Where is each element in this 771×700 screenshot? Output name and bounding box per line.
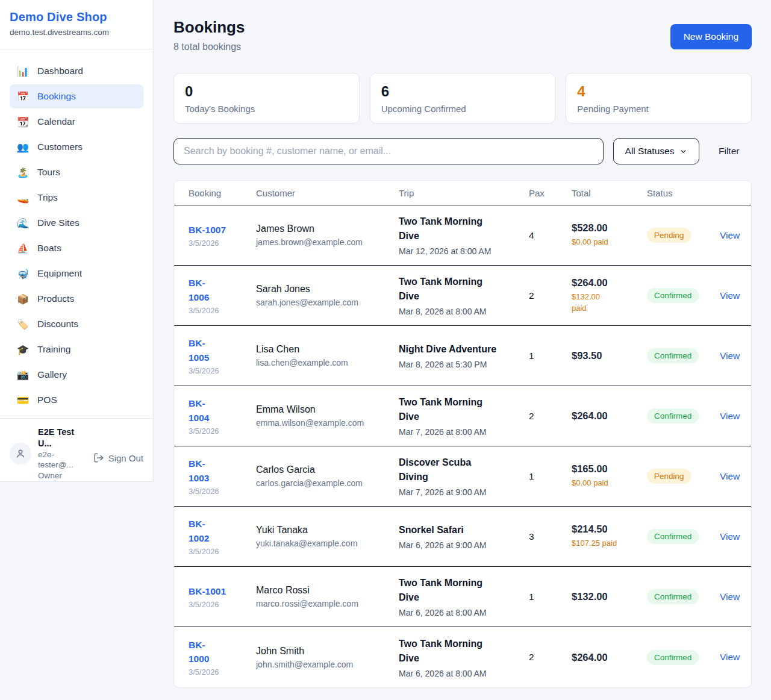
trip-name: Two Tank Morning Dive — [399, 395, 529, 424]
tours-icon: 🏝️ — [17, 167, 29, 178]
booking-id-link[interactable]: BK- 1000 — [189, 638, 209, 666]
view-link[interactable]: View — [720, 230, 740, 240]
booking-cell: BK- 10023/5/2026 — [189, 517, 256, 556]
trip-name: Discover Scuba Diving — [399, 455, 529, 484]
sidebar-item-label: Training — [37, 344, 70, 355]
view-link[interactable]: View — [720, 290, 740, 301]
booking-id-link[interactable]: BK- 1003 — [189, 457, 209, 485]
sidebar-item-boats[interactable]: ⛵Boats — [10, 236, 143, 260]
trip-cell: Two Tank Morning DiveMar 6, 2026 at 8:00… — [399, 637, 529, 678]
customer-cell: Lisa Chenlisa.chen@example.com — [256, 344, 399, 367]
actions-cell: View — [720, 290, 740, 301]
customer-email: carlos.garcia@example.com — [256, 478, 399, 488]
status-cell: Confirmed — [647, 650, 720, 665]
sidebar-item-tours[interactable]: 🏝️Tours — [10, 160, 143, 184]
column-header-status: Status — [647, 188, 720, 198]
status-cell: Confirmed — [647, 348, 720, 363]
view-link[interactable]: View — [720, 471, 740, 481]
pax-cell: 2 — [529, 290, 572, 301]
sidebar-item-trips[interactable]: 🚤Trips — [10, 186, 143, 210]
user-email: e2e-tester@... — [38, 449, 87, 470]
sidebar-item-label: Equipment — [37, 268, 82, 279]
booking-date: 3/5/2026 — [189, 667, 256, 677]
actions-cell: View — [720, 592, 740, 602]
sidebar-item-gallery[interactable]: 📸Gallery — [10, 363, 143, 387]
actions-cell: View — [720, 531, 740, 542]
status-badge: Confirmed — [647, 529, 699, 544]
customer-name: Carlos Garcia — [256, 464, 399, 475]
sidebar: Demo Dive Shop demo.test.divestreams.com… — [0, 0, 154, 482]
search-input[interactable] — [173, 138, 604, 164]
sidebar-item-pos[interactable]: 💳POS — [10, 388, 143, 412]
status-filter-select[interactable]: All Statuses — [613, 138, 699, 164]
status-filter-value: All Statuses — [625, 146, 675, 157]
trip-name: Two Tank Morning Dive — [399, 214, 529, 243]
status-badge: Confirmed — [647, 589, 699, 604]
table-row: BK-10013/5/2026Marco Rossimarco.rossi@ex… — [174, 567, 751, 627]
customer-cell: James Brownjames.brown@example.com — [256, 223, 399, 247]
sidebar-item-label: Discounts — [37, 319, 78, 330]
sidebar-item-discounts[interactable]: 🏷️Discounts — [10, 312, 143, 336]
view-link[interactable]: View — [720, 592, 740, 602]
sidebar-item-label: Boats — [37, 243, 61, 254]
stat-value: 0 — [185, 84, 348, 99]
dashboard-icon: 📊 — [17, 66, 29, 77]
sidebar-item-label: Trips — [37, 192, 58, 203]
status-badge: Confirmed — [647, 348, 699, 363]
booking-id-link[interactable]: BK- 1006 — [189, 276, 209, 304]
sidebar-item-label: Products — [37, 293, 74, 304]
customer-cell: Marco Rossimarco.rossi@example.com — [256, 585, 399, 608]
sidebar-item-customers[interactable]: 👥Customers — [10, 135, 143, 159]
booking-cell: BK-10013/5/2026 — [189, 584, 256, 609]
amount-paid: $0.00 paid — [572, 236, 647, 248]
trip-cell: Two Tank Morning DiveMar 6, 2026 at 8:00… — [399, 576, 529, 617]
trip-datetime: Mar 6, 2026 at 8:00 AM — [399, 608, 529, 617]
sidebar-item-products[interactable]: 📦Products — [10, 287, 143, 311]
stat-label: Today's Bookings — [185, 104, 348, 114]
sidebar-item-bookings[interactable]: 📅Bookings — [10, 84, 143, 108]
booking-id-link[interactable]: BK- 1005 — [189, 336, 209, 364]
brand-header: Demo Dive Shop demo.test.divestreams.com — [0, 0, 153, 49]
user-info: E2E Test U... e2e-tester@... Owner — [38, 427, 87, 481]
view-link[interactable]: View — [720, 652, 740, 662]
column-header-customer: Customer — [256, 188, 399, 198]
bookings-icon: 📅 — [17, 91, 29, 102]
sidebar-item-equipment[interactable]: 🤿Equipment — [10, 261, 143, 286]
table-header-row: Booking Customer Trip Pax Total Status — [174, 181, 751, 205]
sidebar-item-label: Customers — [37, 142, 83, 152]
status-badge: Pending — [647, 469, 691, 484]
trip-cell: Night Dive AdventureMar 8, 2026 at 5:30 … — [399, 342, 529, 369]
sign-out-button[interactable]: Sign Out — [93, 444, 143, 463]
filter-button[interactable]: Filter — [719, 146, 739, 157]
view-link[interactable]: View — [720, 351, 740, 361]
amount-paid: $132.00 paid — [572, 291, 647, 314]
status-cell: Pending — [647, 469, 720, 484]
customer-cell: Carlos Garciacarlos.garcia@example.com — [256, 464, 399, 488]
view-link[interactable]: View — [720, 531, 740, 542]
booking-id-link[interactable]: BK- 1004 — [189, 396, 209, 425]
sidebar-item-calendar[interactable]: 📆Calendar — [10, 110, 143, 134]
actions-cell: View — [720, 230, 740, 241]
discounts-icon: 🏷️ — [17, 319, 29, 330]
customer-email: emma.wilson@example.com — [256, 418, 399, 428]
sidebar-item-dive-sites[interactable]: 🌊Dive Sites — [10, 211, 143, 235]
trip-datetime: Mar 6, 2026 at 8:00 AM — [399, 669, 529, 678]
sidebar-item-dashboard[interactable]: 📊Dashboard — [10, 59, 143, 83]
trip-cell: Two Tank Morning DiveMar 7, 2026 at 8:00… — [399, 395, 529, 437]
booking-id-link[interactable]: BK-1007 — [189, 223, 226, 237]
stat-value: 6 — [381, 84, 545, 99]
page-header: Bookings 8 total bookings New Booking — [173, 18, 752, 52]
sidebar-item-training[interactable]: 🎓Training — [10, 337, 143, 361]
sidebar-user-footer: E2E Test U... e2e-tester@... Owner Sign … — [0, 418, 153, 489]
booking-id-link[interactable]: BK-1001 — [189, 584, 226, 598]
customer-name: James Brown — [256, 223, 399, 234]
customer-name: Sarah Jones — [256, 284, 399, 295]
customer-name: Emma Wilson — [256, 404, 399, 415]
new-booking-button[interactable]: New Booking — [670, 24, 752, 49]
sidebar-item-label: Dive Sites — [37, 217, 80, 228]
user-icon — [14, 448, 27, 460]
booking-cell: BK- 10043/5/2026 — [189, 396, 256, 436]
booking-id-link[interactable]: BK- 1002 — [189, 517, 209, 545]
trip-name: Night Dive Adventure — [399, 342, 529, 357]
view-link[interactable]: View — [720, 411, 740, 421]
